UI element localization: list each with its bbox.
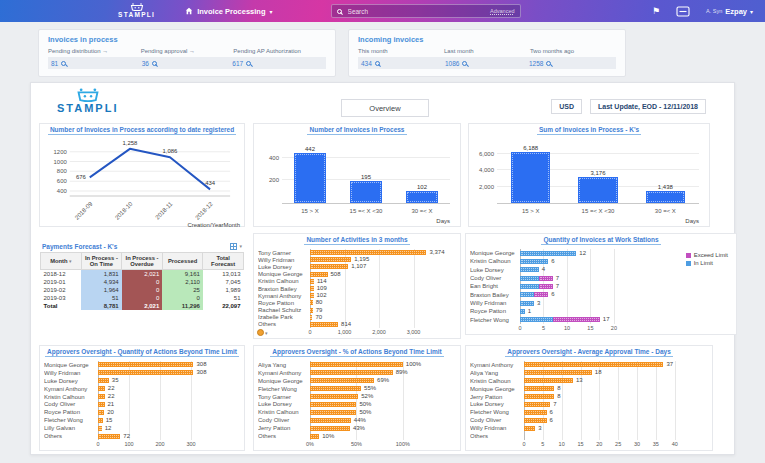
bar-others[interactable] <box>310 434 319 439</box>
bar-ean-bright-exceed-limit[interactable] <box>539 284 553 289</box>
month-filter-icon[interactable]: ▾ <box>68 258 72 264</box>
advanced-search-link[interactable]: Advanced <box>490 8 514 14</box>
bar-fletcher-wong[interactable] <box>98 418 103 423</box>
chart-options[interactable]: ▾ <box>257 329 268 336</box>
stat-label: Pending distribution → <box>48 48 141 54</box>
table-options[interactable]: ▾ <box>230 243 242 250</box>
bar-braxton-bailey-exceed-limit[interactable] <box>534 292 548 297</box>
bar-kristin-calhoun[interactable] <box>310 279 314 284</box>
bar-ean-bright-in-limit[interactable] <box>520 284 539 289</box>
bar-willy-fridman[interactable] <box>524 426 535 431</box>
bar-fletcher-wong[interactable] <box>524 410 547 415</box>
pending-distribution-value[interactable]: 81 <box>51 60 142 67</box>
bar-luke-dorsey[interactable] <box>98 378 109 383</box>
scanner-icon[interactable] <box>676 6 690 17</box>
bar-30-x[interactable] <box>406 191 438 203</box>
pending-approval-value[interactable]: 36 <box>142 60 233 67</box>
bar-aliya-yang[interactable] <box>524 370 592 375</box>
bar-braxton-bailey-in-limit[interactable] <box>520 292 534 297</box>
nav-invoice-processing[interactable]: Invoice Processing ▾ <box>185 7 272 16</box>
bar-royce-patton[interactable] <box>98 410 104 415</box>
x-tick: 25 <box>615 441 621 447</box>
bar-monique-george[interactable] <box>524 386 554 391</box>
bar-value: 12 <box>105 425 112 431</box>
bar-kymani-anthony[interactable] <box>98 386 105 391</box>
legend: Exceed LimitIn Limit <box>686 252 728 266</box>
bar-willy-fridman[interactable] <box>98 370 193 375</box>
x-tick: 15 <box>577 441 583 447</box>
bar-15-x-30[interactable] <box>350 181 382 203</box>
bar-monique-george[interactable] <box>98 362 193 367</box>
bar-15-x-30[interactable] <box>578 177 617 203</box>
tab-overview[interactable]: Overview <box>341 99 429 117</box>
bar-tony-garner[interactable] <box>310 250 426 255</box>
bar-kymani-anthony[interactable] <box>310 293 314 298</box>
bar-kristin-calhoun[interactable] <box>524 378 573 383</box>
pending-ap-authorization-value[interactable]: 617 <box>232 60 323 67</box>
bar-cody-oliver-in-limit[interactable] <box>520 276 539 281</box>
bar-cody-oliver[interactable] <box>524 418 547 423</box>
chart-row: Cody Oliver6 <box>470 416 686 424</box>
bar-willy-fridman[interactable] <box>310 257 351 262</box>
search-bar[interactable]: Advanced <box>331 4 521 18</box>
user-menu[interactable]: A. Syn Ezpay ▾ <box>706 7 753 16</box>
bar-rachael-schultz[interactable] <box>310 308 313 313</box>
cell: 4,934 <box>81 278 122 286</box>
bar-royce-patton-in-limit[interactable] <box>520 309 525 314</box>
svg-text:1,258: 1,258 <box>122 140 137 146</box>
bar-kymani-anthony[interactable] <box>524 362 663 367</box>
user-prefix: A. Syn <box>706 8 722 14</box>
bar-others[interactable] <box>98 434 120 439</box>
bar-cody-oliver-exceed-limit[interactable] <box>539 276 553 281</box>
cell: 25 <box>162 286 203 294</box>
bar-value: 35 <box>112 377 119 383</box>
bar-luke-dorsey[interactable] <box>310 402 356 407</box>
bar-fletcher-wong-in-limit[interactable] <box>520 317 553 322</box>
two-months-ago-value[interactable]: 1258 <box>529 60 613 67</box>
bar-jerry-patton[interactable] <box>524 394 554 399</box>
category-label: Monique George <box>470 250 520 256</box>
category-label: Cody Oliver <box>470 417 524 423</box>
bar-luke-dorsey[interactable] <box>310 264 348 269</box>
bar-kristin-calhoun[interactable] <box>98 394 105 399</box>
bar-cody-oliver[interactable] <box>98 402 105 407</box>
bar-jerry-patton[interactable] <box>310 426 350 431</box>
bar-lilly-galvan[interactable] <box>98 426 102 431</box>
bar-kristin-calhoun-in-limit[interactable] <box>520 259 548 264</box>
bar-15-x[interactable] <box>511 152 550 203</box>
bar-value: 1,438 <box>632 184 699 190</box>
bar-30-x[interactable] <box>646 191 685 203</box>
bar-tony-garner[interactable] <box>310 394 358 399</box>
bar-fletcher-wong-exceed-limit[interactable] <box>553 317 600 322</box>
bar-braxton-bailey[interactable] <box>310 286 314 291</box>
bar-value: 7 <box>556 283 559 289</box>
table-title: Payments Forecast - K's <box>42 243 117 250</box>
bar-aliya-yang[interactable] <box>310 362 403 367</box>
stat-label: Last month <box>444 48 530 54</box>
bar-value: 508 <box>331 271 341 277</box>
bar-luke-dorsey-in-limit[interactable] <box>520 267 539 272</box>
bar-monique-george[interactable] <box>310 272 328 277</box>
bar-monique-george-in-limit[interactable] <box>520 251 576 256</box>
column-header-month[interactable]: Month ▾ <box>41 253 82 270</box>
bar-fletcher-wong[interactable] <box>310 386 361 391</box>
last-month-value[interactable]: 1086 <box>445 60 529 67</box>
flag-icon[interactable]: ⚑ <box>652 7 660 16</box>
bar-royce-patton[interactable] <box>310 300 313 305</box>
cell: 0 <box>122 294 163 302</box>
incoming-invoices-card: Incoming invoices This month Last month … <box>348 29 626 77</box>
bar-willy-fridman-in-limit[interactable] <box>520 301 534 306</box>
bar-izabelle-park[interactable] <box>310 315 312 320</box>
bar-value: 114 <box>317 278 327 284</box>
this-month-value[interactable]: 434 <box>361 60 445 67</box>
svg-text:676: 676 <box>76 174 87 180</box>
search-input[interactable] <box>346 7 487 16</box>
bar-cody-oliver[interactable] <box>310 418 351 423</box>
bar-15-x[interactable] <box>294 153 326 203</box>
bar-others[interactable] <box>310 322 338 327</box>
bar-kristin-calhoun[interactable] <box>310 410 356 415</box>
bar-monique-george[interactable] <box>310 378 374 383</box>
bar-kymani-anthony[interactable] <box>310 370 393 375</box>
bar-luke-dorsey[interactable] <box>524 402 550 407</box>
stampli-crown-icon <box>76 88 100 102</box>
